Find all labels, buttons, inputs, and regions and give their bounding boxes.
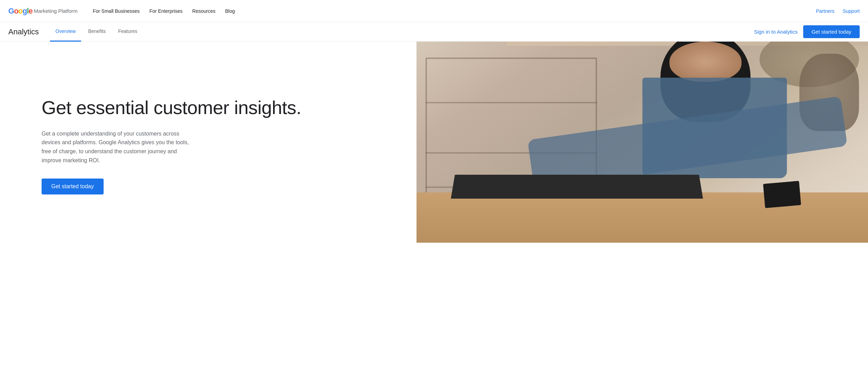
analytics-title: Analytics [8, 27, 39, 36]
photo-overlay [417, 42, 868, 243]
phone [763, 181, 801, 208]
logo-area: Google Marketing Platform [8, 7, 78, 16]
top-nav-right: Partners Support [816, 8, 860, 14]
nav-blog[interactable]: Blog [221, 6, 239, 17]
letter-e: e [29, 7, 33, 15]
sub-nav-links: Overview Benefits Features [50, 22, 754, 42]
nav-support[interactable]: Support [843, 8, 860, 14]
google-logo: Google Marketing Platform [8, 7, 78, 16]
sign-in-link[interactable]: Sign in to Analytics [754, 29, 798, 35]
nav-small-businesses[interactable]: For Small Businesses [89, 6, 144, 17]
get-started-button-nav[interactable]: Get started today [803, 25, 860, 38]
hero-image [417, 42, 868, 243]
sub-navigation: Analytics Overview Benefits Features Sig… [0, 22, 868, 42]
subnav-features[interactable]: Features [113, 22, 143, 42]
nav-resources[interactable]: Resources [188, 6, 220, 17]
platform-name: Marketing Platform [34, 8, 78, 14]
hero-content: Get essential customer insights. Get a c… [0, 42, 417, 243]
subnav-benefits[interactable]: Benefits [82, 22, 111, 42]
letter-o2: o [18, 7, 23, 15]
sub-nav-right: Sign in to Analytics Get started today [754, 25, 860, 38]
top-nav-links: For Small Businesses For Enterprises Res… [89, 6, 816, 17]
hero-photo [417, 42, 868, 243]
get-started-button-hero[interactable]: Get started today [42, 179, 104, 194]
hero-title: Get essential customer insights. [42, 97, 396, 118]
nav-enterprises[interactable]: For Enterprises [145, 6, 187, 17]
hero-description: Get a complete understanding of your cus… [42, 129, 194, 165]
letter-g: G [8, 7, 14, 15]
hero-section: Get essential customer insights. Get a c… [0, 42, 868, 243]
subnav-overview[interactable]: Overview [50, 22, 81, 42]
person-head [669, 42, 742, 82]
nav-partners[interactable]: Partners [816, 8, 834, 14]
google-g-letter: Google [8, 7, 33, 16]
letter-g2: g [23, 7, 27, 15]
letter-o1: o [14, 7, 18, 15]
shelf-row-1 [426, 102, 597, 103]
top-navigation: Google Marketing Platform For Small Busi… [0, 0, 868, 22]
laptop [451, 175, 703, 199]
